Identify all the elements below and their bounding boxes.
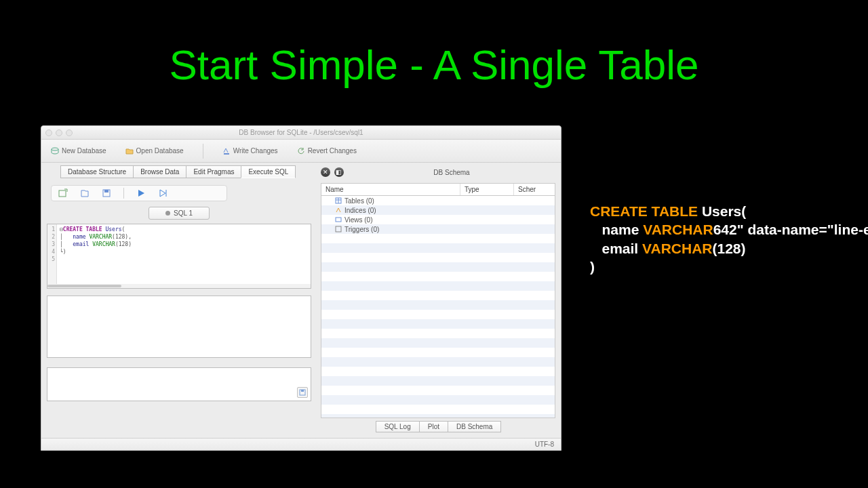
revert-changes-button[interactable]: Revert Changes (297, 147, 357, 155)
svg-rect-2 (59, 190, 66, 197)
window-title: DB Browser for SQLite - /Users/csev/sql1 (41, 129, 561, 136)
right-pane: ✕ ◧ DB Schema Name Type Scher Tables (0)… (317, 163, 561, 438)
svg-rect-8 (336, 218, 341, 222)
column-header-name[interactable]: Name (321, 184, 460, 195)
tab-browse-data[interactable]: Browse Data (133, 165, 186, 178)
new-database-button[interactable]: New Database (51, 147, 106, 155)
save-log-icon[interactable] (297, 387, 308, 398)
line-number: 1 (47, 226, 55, 233)
encoding-label: UTF-8 (535, 441, 554, 448)
sql-mini-toolbar (51, 185, 227, 201)
left-pane: Database Structure Browse Data Edit Prag… (41, 163, 317, 438)
svg-rect-9 (336, 226, 341, 232)
close-panel-icon[interactable]: ✕ (321, 167, 330, 177)
tree-item-label: Triggers (0) (344, 226, 379, 233)
open-database-button[interactable]: Open Database (125, 147, 184, 155)
svg-rect-1 (224, 153, 229, 155)
line-number: 2 (47, 233, 55, 241)
toolbar-label: Revert Changes (308, 147, 357, 155)
write-changes-icon (222, 147, 231, 155)
line-number: 5 (47, 256, 55, 263)
index-icon (335, 207, 342, 214)
schema-tree-item[interactable]: Tables (0) (321, 196, 555, 205)
tab-execute-sql[interactable]: Execute SQL (241, 165, 296, 178)
new-sql-tab-icon[interactable] (58, 188, 68, 198)
open-folder-icon (125, 147, 134, 155)
toolbar-separator (203, 144, 203, 159)
tab-database-structure[interactable]: Database Structure (60, 165, 134, 178)
mini-toolbar-separator (123, 188, 124, 199)
tree-item-label: Views (0) (344, 216, 373, 224)
revert-changes-icon (297, 147, 305, 155)
tab-plot[interactable]: Plot (419, 421, 448, 432)
toolbar-label: Open Database (136, 147, 184, 155)
write-changes-button[interactable]: Write Changes (222, 147, 278, 155)
tree-item-label: Tables (0) (344, 197, 374, 205)
results-panel[interactable] (47, 296, 311, 358)
line-number: 3 (47, 241, 55, 248)
window-titlebar[interactable]: DB Browser for SQLite - /Users/csev/sql1 (41, 126, 561, 140)
editor-gutter: 1 2 3 4 5 (47, 224, 57, 288)
table-icon (335, 197, 342, 204)
schema-tree-item[interactable]: Views (0) (321, 215, 555, 224)
svg-rect-4 (104, 190, 108, 192)
schema-column-headers[interactable]: Name Type Scher (321, 183, 555, 196)
schema-tree-item[interactable]: Triggers (0) (321, 224, 555, 234)
sql-editor[interactable]: 1 2 3 4 5 ⊟CREATE TABLE Users( │ name VA… (47, 224, 311, 289)
editor-code[interactable]: ⊟CREATE TABLE Users( │ name VARCHAR(128)… (57, 224, 134, 288)
toolbar-label: Write Changes (233, 147, 278, 155)
schema-panel-title: DB Schema (348, 169, 555, 176)
bottom-panel-tabs: SQL Log Plot DB Schema (321, 421, 555, 432)
view-icon (335, 216, 342, 223)
svg-point-0 (52, 148, 58, 150)
line-number: 4 (47, 248, 55, 256)
svg-rect-6 (301, 390, 304, 392)
main-tab-bar: Database Structure Browse Data Edit Prag… (60, 165, 311, 178)
sql-editor-tab[interactable]: SQL 1 (149, 207, 210, 220)
tab-db-schema[interactable]: DB Schema (448, 421, 501, 432)
run-sql-icon[interactable] (136, 188, 146, 198)
tree-item-label: Indices (0) (344, 207, 376, 214)
tab-edit-pragmas[interactable]: Edit Pragmas (186, 165, 241, 178)
toolbar-label: New Database (62, 147, 106, 155)
schema-tree-item[interactable]: Indices (0) (321, 205, 555, 215)
sql-code-snippet: CREATE TABLE Users( name VARCHAR642" dat… (590, 202, 868, 276)
schema-tree[interactable]: Tables (0) Indices (0) Views (0) Trigger… (321, 196, 555, 418)
status-bar: UTF-8 (41, 438, 561, 450)
editor-scrollbar[interactable] (47, 284, 311, 288)
db-browser-window: DB Browser for SQLite - /Users/csev/sql1… (41, 125, 561, 451)
tab-sql-log[interactable]: SQL Log (376, 421, 420, 432)
message-panel[interactable] (47, 367, 311, 401)
slide-title: Start Simple - A Single Table (0, 0, 868, 89)
sql-tab-label: SQL 1 (174, 209, 193, 217)
run-line-icon[interactable] (158, 188, 167, 198)
main-toolbar: New Database Open Database Write Changes… (41, 140, 561, 163)
column-header-type[interactable]: Type (460, 184, 514, 195)
tab-indicator-icon (165, 211, 170, 216)
open-sql-file-icon[interactable] (80, 188, 90, 198)
undock-panel-icon[interactable]: ◧ (334, 167, 344, 177)
column-header-schema[interactable]: Scher (514, 184, 555, 195)
new-database-icon (51, 147, 59, 155)
save-sql-icon[interactable] (102, 188, 111, 198)
trigger-icon (335, 226, 342, 232)
